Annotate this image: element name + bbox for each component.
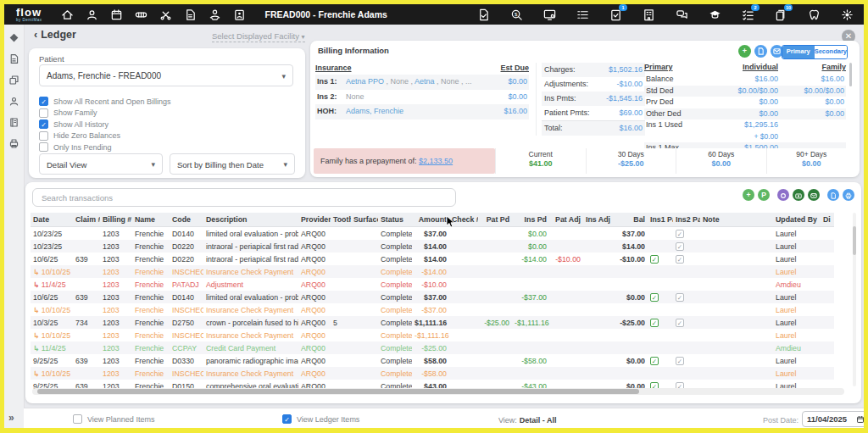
adjustment-button[interactable] [777, 189, 789, 201]
schedule-icon[interactable] [110, 8, 124, 21]
patient-select[interactable]: Adams, Frenchie - FREAD000▾ [39, 64, 293, 86]
patient-icon[interactable] [86, 8, 99, 21]
checkbox[interactable]: ✓ [282, 414, 292, 424]
ins1-paid-checkbox[interactable]: ✓ [650, 319, 659, 327]
column-header-date[interactable]: Date [31, 213, 73, 227]
documents-icon[interactable]: 10 [774, 8, 787, 21]
checkbox[interactable] [39, 131, 48, 141]
ins2-paid-checkbox[interactable]: ✓ [676, 255, 684, 264]
messages-icon[interactable] [675, 8, 688, 21]
transaction-row[interactable]: ↳ 10/10/251203FrenchieINSCHECIInsurance … [31, 265, 834, 278]
financial-search-icon[interactable]: $ [509, 8, 523, 21]
transaction-row[interactable]: 10/6/256391203FrenchieD0140limited oral … [31, 291, 834, 303]
column-header-description[interactable]: Description [203, 213, 298, 227]
tasks-icon[interactable]: 1 [609, 8, 622, 21]
settings-icon[interactable] [840, 8, 854, 21]
tooth-icon[interactable] [807, 8, 821, 21]
horizontal-scrollbar[interactable] [32, 388, 844, 395]
horizontal-scrollbar-thumb[interactable] [37, 389, 639, 394]
ins2-paid-checkbox[interactable]: ✓ [676, 357, 684, 365]
insurance-link[interactable]: Adams, Frenchie [346, 107, 403, 115]
column-header-surface[interactable]: Surface [351, 213, 378, 227]
print-rail-icon[interactable] [8, 137, 19, 148]
column-header-ins1-paid[interactable]: Ins1 Paid [648, 213, 673, 227]
ins1-paid-checkbox[interactable]: ✓ [650, 255, 659, 264]
message-button[interactable] [808, 189, 820, 201]
filter-show-all-recent-and-open-billings[interactable]: ✓Show All Recent and Open Billings [39, 96, 171, 108]
transaction-row[interactable]: ↳ 10/10/251203FrenchieINSCHECIInsurance … [31, 303, 834, 316]
add-button[interactable]: + [743, 189, 754, 201]
transaction-row[interactable]: 10/6/256391203FrenchieD0220intraoral - p… [31, 253, 834, 265]
ins1-paid-checkbox[interactable]: ✓ [650, 357, 659, 365]
add-button[interactable]: + [738, 45, 751, 58]
column-header-amount[interactable]: Amount [412, 213, 449, 227]
document-button[interactable] [827, 189, 839, 201]
checkbox[interactable] [73, 414, 82, 424]
column-header-check[interactable]: Check # [449, 213, 478, 227]
column-header-name[interactable]: Name [132, 213, 170, 227]
search-input[interactable] [32, 188, 456, 207]
home-icon[interactable] [61, 8, 75, 21]
ins1-paid-checkbox[interactable]: ✓ [650, 293, 659, 302]
checkbox[interactable] [39, 142, 48, 152]
checkbox[interactable] [39, 108, 48, 118]
column-header-ins2-paid[interactable]: Ins2 Paid [673, 213, 700, 227]
vertical-scrollbar-thumb[interactable] [853, 226, 856, 255]
dental-chart-icon[interactable] [135, 8, 148, 21]
column-header-tooth[interactable]: Tooth [331, 213, 351, 227]
column-header-code[interactable]: Code [170, 213, 203, 227]
transaction-row[interactable]: ↳ 11/4/251203FrenchieCCPAYCredit Card Pa… [31, 341, 834, 354]
queue-icon[interactable] [576, 8, 589, 21]
claims-icon[interactable] [476, 8, 490, 21]
column-header-billing[interactable]: Billing # [100, 213, 132, 227]
checkbox[interactable]: ✓ [39, 119, 48, 129]
filter-only-ins-pending[interactable]: Only Ins Pending [39, 142, 171, 153]
primary-secondary-toggle[interactable]: PrimarySecondary [782, 45, 848, 59]
column-header-ins-pd[interactable]: Ins Pd [512, 213, 549, 227]
patient-card-icon[interactable] [233, 8, 247, 21]
column-header-status[interactable]: Status [378, 213, 412, 227]
flow-logo[interactable]: flow by DentiMax [16, 7, 42, 23]
post-date-input[interactable]: 11/04/2025 [802, 411, 864, 427]
checkbox[interactable]: ✓ [39, 97, 48, 106]
column-header-bal[interactable]: Bal [610, 213, 648, 227]
modules-icon[interactable] [8, 74, 19, 85]
filter-show-all-history[interactable]: ✓Show All History [39, 119, 171, 130]
nav-diamond-icon[interactable] [8, 31, 19, 42]
sort-mode-select[interactable]: Sort by Billing then Date▾ [170, 153, 295, 175]
ins2-paid-checkbox[interactable]: ✓ [676, 230, 684, 238]
toggle-secondary[interactable]: Secondary [815, 46, 847, 58]
transaction-row[interactable]: ↳ 10/10/251203FrenchieINSCHECIInsurance … [31, 329, 834, 341]
column-header-pat-adj[interactable]: Pat Adj [549, 213, 583, 227]
ins2-paid-checkbox[interactable]: ✓ [676, 293, 684, 302]
transaction-row[interactable]: 10/23/251203FrenchieD0220intraoral - per… [31, 240, 834, 253]
column-header-claim[interactable]: Claim # [73, 213, 100, 227]
forms-icon[interactable] [8, 53, 19, 64]
print-button[interactable] [843, 189, 854, 201]
toggle-primary[interactable]: Primary [782, 46, 815, 58]
ledger-rail-icon[interactable] [8, 116, 19, 127]
column-header-pat-pd[interactable]: Pat Pd [478, 213, 512, 227]
transaction-row[interactable]: 9/25/256391203FrenchieD0330panoramic rad… [31, 354, 834, 367]
patient-rail-icon[interactable] [8, 95, 19, 106]
statement-button[interactable] [754, 45, 767, 58]
transaction-row[interactable]: 10/23/251203FrenchieD0140limited oral ev… [31, 227, 834, 241]
column-header-ins-adj[interactable]: Ins Adj [583, 213, 610, 227]
transaction-row[interactable]: ↳ 11/4/251203FrenchiePATADJAdjustmentARQ… [31, 278, 834, 291]
column-header-note[interactable]: Note [700, 213, 773, 227]
view-planned-items-checkbox[interactable]: View Planned Items [73, 414, 154, 424]
ins2-paid-checkbox[interactable]: ✓ [676, 242, 684, 251]
ins2-paid-checkbox[interactable]: ✓ [676, 319, 684, 327]
deductible-scrollbar[interactable] [849, 63, 852, 86]
payment-button[interactable]: P [758, 189, 770, 201]
back-to-ledger[interactable]: ‹Ledger [34, 29, 76, 41]
transaction-row[interactable]: ↳ 10/10/251203FrenchieINSCHECIInsurance … [31, 367, 834, 380]
filter-hide-zero-balances[interactable]: Hide Zero Balances [39, 130, 171, 142]
view-ledger-items-checkbox[interactable]: ✓ View Ledger Items [282, 414, 359, 424]
ledger-icon[interactable] [184, 8, 198, 21]
filter-show-family[interactable]: Show Family [39, 108, 171, 119]
insurance-link[interactable]: Aetna [415, 77, 435, 86]
column-header-provider[interactable]: Provider [298, 213, 331, 227]
payment-icon[interactable] [209, 8, 222, 21]
facility-selector[interactable]: Select Displayed Facility ▾ [212, 31, 305, 42]
